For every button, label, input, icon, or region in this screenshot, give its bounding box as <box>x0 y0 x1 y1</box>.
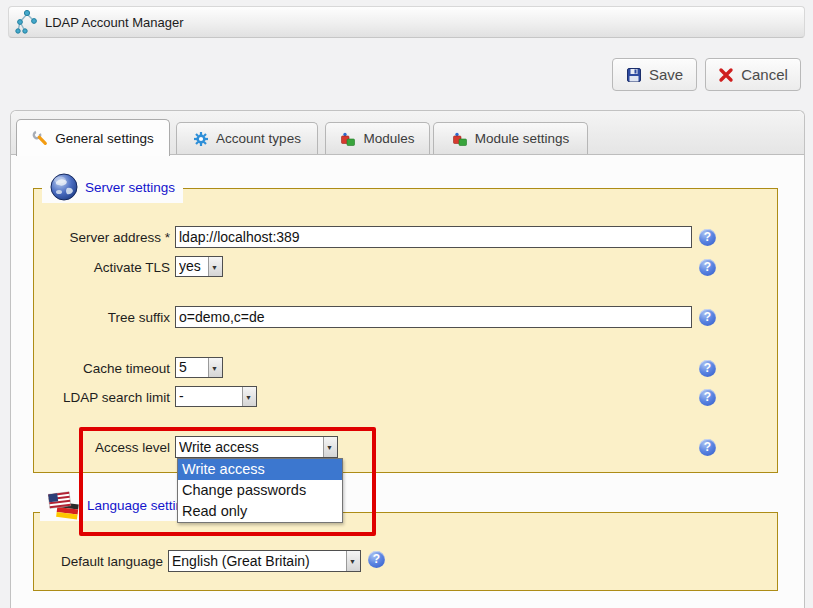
dropdown-option-write-access[interactable]: Write access <box>178 459 342 480</box>
wrench-icon <box>32 130 48 146</box>
help-icon[interactable] <box>699 229 716 246</box>
ldap-search-limit-label: LDAP search limit <box>33 390 170 405</box>
dropdown-option-read-only[interactable]: Read only <box>178 501 342 522</box>
red-x-icon <box>718 67 734 83</box>
tab-label: Module settings <box>475 131 570 146</box>
help-icon[interactable] <box>699 309 716 326</box>
app-title: LDAP Account Manager <box>45 15 184 30</box>
access-level-label: Access level <box>33 440 170 455</box>
activate-tls-label: Activate TLS <box>33 260 170 275</box>
dropdown-arrow-icon <box>346 551 360 571</box>
default-language-value: English (Great Britain) <box>172 551 344 571</box>
language-settings-fieldset <box>33 512 778 591</box>
tree-suffix-input[interactable] <box>175 306 692 328</box>
blocks-icon <box>452 131 468 147</box>
globe-icon <box>50 173 78 201</box>
cancel-button[interactable]: Cancel <box>705 58 801 91</box>
tab-label: Modules <box>363 131 414 146</box>
cancel-button-label: Cancel <box>741 66 788 83</box>
blocks-icon <box>340 131 356 147</box>
dropdown-arrow-icon <box>242 387 256 406</box>
floppy-disk-icon <box>626 67 642 83</box>
screen: LDAP Account Manager Save Cancel General… <box>0 0 813 608</box>
help-icon[interactable] <box>699 259 716 276</box>
ldap-search-limit-value: - <box>179 387 240 406</box>
default-language-select[interactable]: English (Great Britain) <box>168 550 361 572</box>
help-icon[interactable] <box>699 360 716 377</box>
server-address-input[interactable] <box>175 226 692 248</box>
tab-label: General settings <box>55 131 153 146</box>
help-icon[interactable] <box>699 439 716 456</box>
tab-modules[interactable]: Modules <box>325 122 430 154</box>
app-logo-tree-icon <box>15 9 39 35</box>
help-icon[interactable] <box>368 551 385 568</box>
access-level-dropdown-list: Write access Change passwords Read only <box>177 458 343 523</box>
save-button[interactable]: Save <box>612 58 697 91</box>
tab-label: Account types <box>216 131 301 146</box>
ldap-search-limit-select[interactable]: - <box>175 386 257 407</box>
cache-timeout-value: 5 <box>179 358 206 377</box>
cache-timeout-label: Cache timeout <box>33 361 170 376</box>
access-level-select[interactable]: Write access <box>175 436 338 458</box>
tab-general-settings[interactable]: General settings <box>16 119 170 156</box>
dropdown-option-change-passwords[interactable]: Change passwords <box>178 480 342 501</box>
us-german-flags-icon <box>48 490 80 520</box>
server-settings-legend: Server settings <box>42 171 183 203</box>
dropdown-arrow-icon <box>323 437 337 457</box>
activate-tls-value: yes <box>179 257 206 276</box>
server-address-label: Server address * <box>33 230 170 245</box>
tab-account-types[interactable]: Account types <box>176 122 318 154</box>
gear-icon <box>193 131 209 147</box>
tab-module-settings[interactable]: Module settings <box>433 122 588 154</box>
dropdown-arrow-icon <box>208 358 222 377</box>
dropdown-arrow-icon <box>208 257 222 276</box>
tree-suffix-label: Tree suffix <box>33 310 170 325</box>
help-icon[interactable] <box>699 389 716 406</box>
app-titlebar: LDAP Account Manager <box>8 6 805 38</box>
access-level-value: Write access <box>179 437 321 457</box>
default-language-label: Default language <box>33 554 163 569</box>
activate-tls-select[interactable]: yes <box>175 256 223 277</box>
cache-timeout-select[interactable]: 5 <box>175 357 223 378</box>
server-settings-legend-label: Server settings <box>85 180 175 195</box>
save-button-label: Save <box>649 66 683 83</box>
